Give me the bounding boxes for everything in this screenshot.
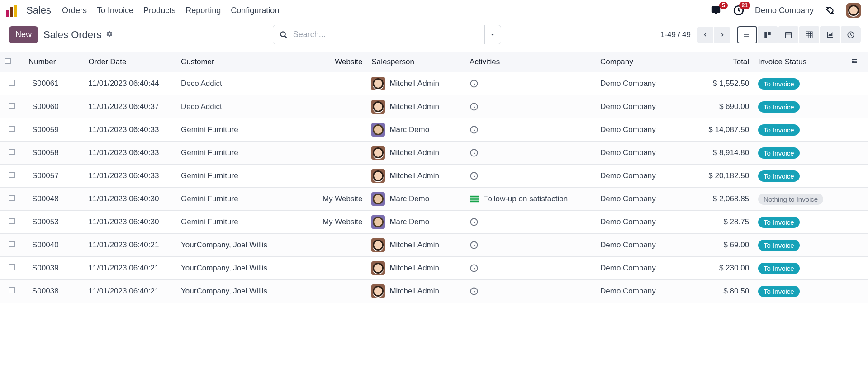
cell-salesperson: Mitchell Admin	[367, 234, 465, 257]
debug-icon[interactable]	[824, 5, 836, 16]
col-number[interactable]: Number	[24, 52, 84, 72]
view-kanban-button[interactable]	[758, 26, 778, 43]
col-order-date[interactable]: Order Date	[84, 52, 176, 72]
clock-icon[interactable]	[470, 125, 479, 134]
table-row[interactable]: S0005811/01/2023 06:40:33Gemini Furnitur…	[0, 142, 868, 165]
clock-icon[interactable]	[470, 287, 479, 296]
salesperson-avatar	[371, 261, 385, 275]
row-checkbox[interactable]	[9, 264, 15, 270]
app-name[interactable]: Sales	[26, 5, 51, 16]
pager-next-button[interactable]	[714, 27, 730, 43]
col-activities[interactable]: Activities	[465, 52, 596, 72]
clock-icon[interactable]	[470, 218, 479, 227]
pager-text[interactable]: 1-49 / 49	[660, 30, 691, 39]
cell-salesperson: Mitchell Admin	[367, 280, 465, 303]
view-graph-button[interactable]	[820, 26, 840, 43]
cell-number: S00039	[24, 257, 84, 280]
row-checkbox[interactable]	[9, 126, 15, 132]
nav-to-invoice[interactable]: To Invoice	[97, 6, 133, 15]
nav-configuration[interactable]: Configuration	[231, 6, 279, 15]
svg-point-8	[852, 61, 853, 62]
status-badge: To Invoice	[758, 101, 800, 113]
svg-rect-17	[470, 201, 479, 203]
row-checkbox[interactable]	[9, 195, 15, 201]
table-row[interactable]: S0006111/01/2023 06:40:44Deco AddictMitc…	[0, 72, 868, 95]
status-badge: To Invoice	[758, 240, 800, 251]
clock-icon[interactable]	[470, 102, 479, 111]
cell-activity	[465, 165, 596, 188]
row-checkbox[interactable]	[9, 218, 15, 224]
table-row[interactable]: S0005711/01/2023 06:40:33Gemini Furnitur…	[0, 165, 868, 188]
view-activity-button[interactable]	[841, 26, 861, 43]
clock-icon[interactable]	[470, 264, 479, 273]
col-company[interactable]: Company	[596, 52, 688, 72]
nav-orders[interactable]: Orders	[62, 6, 87, 15]
table-row[interactable]: S0003811/01/2023 06:40:21YourCompany, Jo…	[0, 280, 868, 303]
view-pivot-button[interactable]	[799, 26, 819, 43]
salesperson-name: Mitchell Admin	[389, 241, 439, 250]
table-row[interactable]: S0003911/01/2023 06:40:21YourCompany, Jo…	[0, 257, 868, 280]
col-website[interactable]: Website	[307, 52, 367, 72]
clock-icon[interactable]	[470, 241, 479, 250]
cell-company: Demo Company	[596, 257, 688, 280]
pager-prev-button[interactable]	[697, 27, 713, 43]
row-checkbox[interactable]	[9, 149, 15, 155]
row-checkbox[interactable]	[9, 172, 15, 178]
search-options-toggle[interactable]	[484, 25, 501, 44]
clock-icon[interactable]	[470, 171, 479, 180]
search-input[interactable]	[293, 30, 478, 39]
salesperson-name: Marc Demo	[389, 194, 429, 203]
table-row[interactable]: S0004811/01/2023 06:40:30Gemini Furnitur…	[0, 188, 868, 211]
view-list-button[interactable]	[737, 26, 757, 43]
cell-company: Demo Company	[596, 72, 688, 95]
cell-status: To Invoice	[754, 234, 846, 257]
cell-company: Demo Company	[596, 142, 688, 165]
cell-total: $ 69.00	[688, 234, 754, 257]
col-customer[interactable]: Customer	[176, 52, 307, 72]
row-checkbox[interactable]	[9, 103, 15, 109]
cell-total: $ 2,068.85	[688, 188, 754, 211]
task-icon[interactable]	[470, 195, 479, 203]
row-checkbox[interactable]	[9, 80, 15, 86]
cell-customer: Deco Addict	[176, 72, 307, 95]
clock-icon[interactable]	[470, 79, 479, 88]
cell-status: To Invoice	[754, 72, 846, 95]
table-row[interactable]: S0005311/01/2023 06:40:30Gemini Furnitur…	[0, 211, 868, 234]
table-row[interactable]: S0004011/01/2023 06:40:21YourCompany, Jo…	[0, 234, 868, 257]
clock-icon[interactable]	[470, 148, 479, 157]
cell-date: 11/01/2023 06:40:37	[84, 95, 176, 118]
messages-icon[interactable]: 5	[710, 5, 722, 16]
row-checkbox[interactable]	[9, 241, 15, 247]
table-row[interactable]: S0005911/01/2023 06:40:33Gemini Furnitur…	[0, 118, 868, 142]
gear-icon[interactable]	[106, 30, 113, 39]
user-avatar[interactable]	[846, 3, 861, 18]
activities-icon[interactable]: 21	[732, 5, 745, 16]
activity-label: Follow-up on satisfaction	[483, 194, 568, 203]
svg-point-1	[280, 32, 285, 37]
row-checkbox[interactable]	[9, 287, 15, 293]
cell-salesperson: Marc Demo	[367, 211, 465, 234]
new-button[interactable]: New	[9, 26, 38, 43]
cell-total: $ 28.75	[688, 211, 754, 234]
col-salesperson[interactable]: Salesperson	[367, 52, 465, 72]
table-row[interactable]: S0006011/01/2023 06:40:37Deco AddictMitc…	[0, 95, 868, 118]
cell-status: To Invoice	[754, 118, 846, 142]
col-total[interactable]: Total	[688, 52, 754, 72]
cell-website: My Website	[307, 188, 367, 211]
cell-activity	[465, 118, 596, 142]
checkbox-all[interactable]	[5, 58, 11, 64]
col-invoice-status[interactable]: Invoice Status	[754, 52, 846, 72]
cell-activity	[465, 257, 596, 280]
cell-customer: Gemini Furniture	[176, 165, 307, 188]
cell-date: 11/01/2023 06:40:21	[84, 280, 176, 303]
actionbar: New Sales Orders 1-49 / 49	[0, 20, 868, 52]
optional-columns-icon[interactable]	[851, 57, 859, 66]
nav-products[interactable]: Products	[143, 6, 175, 15]
view-calendar-button[interactable]	[778, 26, 798, 43]
app-logo-icon[interactable]	[6, 4, 20, 17]
salesperson-avatar	[371, 169, 385, 183]
company-selector[interactable]: Demo Company	[755, 6, 814, 15]
nav-reporting[interactable]: Reporting	[185, 6, 221, 15]
status-badge: To Invoice	[758, 124, 800, 136]
cell-customer: Gemini Furniture	[176, 142, 307, 165]
